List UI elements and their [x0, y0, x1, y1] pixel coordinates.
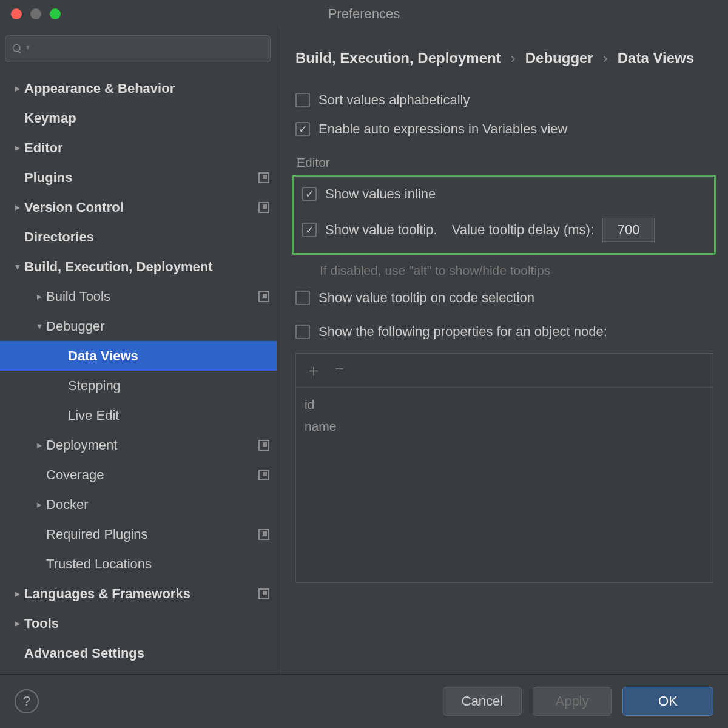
sidebar-item-label: Build Tools: [46, 289, 258, 305]
option-label: Enable auto expressions in Variables vie…: [318, 121, 568, 137]
tooltip-delay-input[interactable]: [602, 218, 655, 242]
sidebar-item-label: Deployment: [46, 437, 258, 453]
footer: ? Cancel Apply OK: [0, 674, 728, 728]
traffic-lights: [11, 8, 61, 19]
sidebar-item-label: Required Plugins: [46, 527, 258, 542]
search-icon: [12, 43, 24, 55]
chevron-right-icon: ▸: [11, 618, 24, 629]
sidebar-item-keymap[interactable]: Keymap: [0, 103, 277, 133]
sidebar-item-label: Trusted Locations: [46, 556, 269, 572]
chevron-right-icon: ▸: [11, 201, 24, 213]
titlebar: Preferences: [0, 0, 728, 28]
properties-list: ＋ − idname: [295, 353, 713, 583]
sidebar-item-label: Appearance & Behavior: [24, 81, 269, 96]
tooltip-hint: If disabled, use "alt" to show/hide tool…: [320, 263, 713, 278]
sidebar-item-tools[interactable]: ▸Tools: [0, 608, 277, 638]
sidebar-item-label: Data Views: [68, 348, 269, 364]
content-panel: Build, Execution, Deployment › Debugger …: [277, 28, 728, 674]
remove-icon[interactable]: −: [335, 360, 344, 381]
sidebar-item-label: Editor: [24, 140, 269, 156]
chevron-right-icon: ▸: [11, 142, 24, 153]
sidebar-item-label: Version Control: [24, 200, 258, 215]
project-level-icon: [258, 470, 269, 480]
project-level-icon: [258, 440, 269, 451]
show-values-inline-checkbox[interactable]: [302, 187, 317, 201]
show-properties-checkbox[interactable]: [295, 325, 310, 339]
chevron-right-icon: ▸: [11, 588, 24, 599]
project-level-icon: [258, 588, 269, 599]
sidebar-item-build-tools[interactable]: ▸Build Tools: [0, 281, 277, 311]
sidebar-item-label: Build, Execution, Deployment: [24, 259, 269, 275]
properties-toolbar: ＋ −: [296, 354, 713, 388]
sidebar-item-label: Directories: [24, 229, 269, 245]
window-close-button[interactable]: [11, 8, 22, 19]
sidebar-item-version-control[interactable]: ▸Version Control: [0, 192, 277, 222]
breadcrumb-item[interactable]: Build, Execution, Deployment: [295, 50, 501, 67]
sidebar: ▾ ▸Appearance & BehaviorKeymap▸EditorPlu…: [0, 28, 277, 674]
breadcrumb: Build, Execution, Deployment › Debugger …: [295, 50, 713, 67]
sidebar-item-label: Keymap: [24, 110, 269, 126]
property-item[interactable]: name: [305, 416, 704, 437]
option-label: Show value tooltip.: [325, 222, 437, 238]
sidebar-item-label: Coverage: [46, 467, 258, 483]
sidebar-item-required-plugins[interactable]: Required Plugins: [0, 519, 277, 549]
window-minimize-button[interactable]: [30, 8, 41, 19]
sidebar-item-advanced-settings[interactable]: Advanced Settings: [0, 638, 277, 668]
highlight-region: Show values inline Show value tooltip. V…: [292, 175, 716, 255]
tooltip-delay-label: Value tooltip delay (ms):: [452, 222, 594, 238]
sidebar-item-editor[interactable]: ▸Editor: [0, 133, 277, 163]
chevron-right-icon: ▸: [33, 499, 46, 510]
sidebar-item-directories[interactable]: Directories: [0, 222, 277, 252]
window-title: Preferences: [0, 6, 728, 22]
cancel-button[interactable]: Cancel: [443, 687, 522, 716]
chevron-right-icon: ▸: [33, 291, 46, 302]
sidebar-item-coverage[interactable]: Coverage: [0, 460, 277, 490]
chevron-right-icon: ▸: [11, 83, 24, 94]
breadcrumb-item: Data Views: [618, 50, 694, 67]
sidebar-item-label: Advanced Settings: [24, 645, 269, 661]
sort-alphabetically-checkbox[interactable]: [295, 93, 310, 107]
sidebar-item-label: Plugins: [24, 170, 258, 186]
project-level-icon: [258, 202, 269, 213]
window-zoom-button[interactable]: [50, 8, 61, 19]
project-level-icon: [258, 172, 269, 183]
project-level-icon: [258, 529, 269, 540]
property-item[interactable]: id: [305, 394, 704, 416]
sidebar-item-stepping[interactable]: Stepping: [0, 371, 277, 400]
tooltip-on-selection-checkbox[interactable]: [295, 291, 310, 305]
help-button[interactable]: ?: [15, 689, 39, 713]
option-label: Show value tooltip on code selection: [318, 290, 534, 306]
main-area: ▾ ▸Appearance & BehaviorKeymap▸EditorPlu…: [0, 28, 728, 674]
ok-button[interactable]: OK: [622, 687, 713, 716]
sidebar-item-live-edit[interactable]: Live Edit: [0, 400, 277, 430]
chevron-down-icon: ▾: [33, 320, 46, 332]
chevron-down-icon: ▾: [11, 261, 24, 272]
sidebar-item-label: Debugger: [46, 318, 269, 334]
chevron-right-icon: ›: [511, 50, 516, 67]
sidebar-item-label: Stepping: [68, 378, 269, 394]
sidebar-item-debugger[interactable]: ▾Debugger: [0, 311, 277, 341]
sidebar-item-label: Docker: [46, 497, 269, 513]
show-value-tooltip-checkbox[interactable]: [302, 223, 317, 237]
sidebar-item-build-execution-deployment[interactable]: ▾Build, Execution, Deployment: [0, 252, 277, 281]
sidebar-item-docker[interactable]: ▸Docker: [0, 490, 277, 519]
sidebar-item-trusted-locations[interactable]: Trusted Locations: [0, 549, 277, 579]
add-icon[interactable]: ＋: [306, 360, 322, 381]
settings-tree: ▸Appearance & BehaviorKeymap▸EditorPlugi…: [0, 73, 277, 668]
sidebar-item-plugins[interactable]: Plugins: [0, 163, 277, 192]
chevron-right-icon: ▸: [33, 439, 46, 451]
option-label: Show the following properties for an obj…: [318, 324, 607, 340]
breadcrumb-item[interactable]: Debugger: [525, 50, 593, 67]
option-label: Show values inline: [325, 186, 436, 202]
sidebar-item-data-views[interactable]: Data Views: [0, 341, 277, 371]
sidebar-item-label: Languages & Frameworks: [24, 586, 258, 602]
auto-expressions-checkbox[interactable]: [295, 122, 310, 136]
search-input[interactable]: ▾: [5, 35, 271, 62]
sidebar-item-appearance-behavior[interactable]: ▸Appearance & Behavior: [0, 73, 277, 103]
sidebar-item-label: Tools: [24, 616, 269, 632]
option-label: Sort values alphabetically: [318, 92, 470, 108]
sidebar-item-deployment[interactable]: ▸Deployment: [0, 430, 277, 460]
apply-button[interactable]: Apply: [533, 687, 612, 716]
sidebar-item-languages-frameworks[interactable]: ▸Languages & Frameworks: [0, 579, 277, 608]
project-level-icon: [258, 291, 269, 302]
